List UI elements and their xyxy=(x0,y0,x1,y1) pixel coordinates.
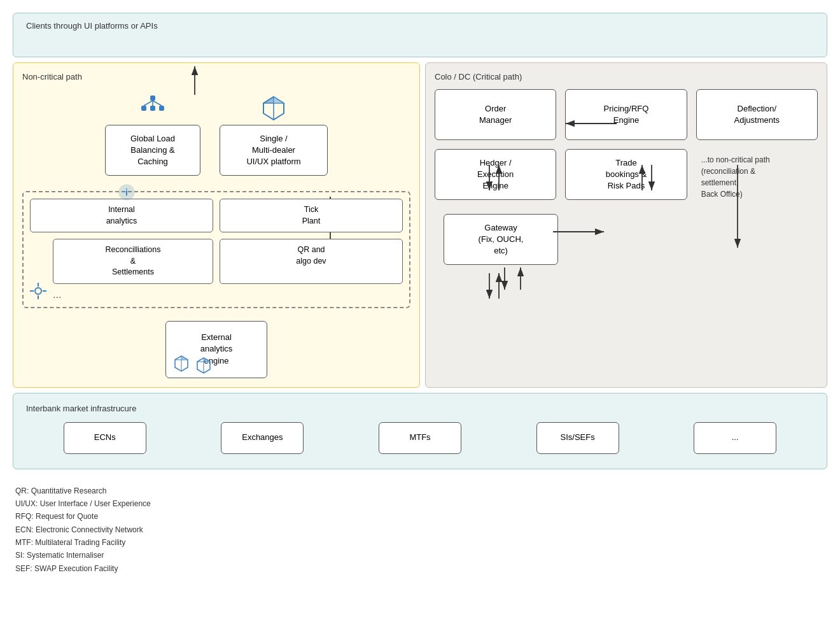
svg-line-12 xyxy=(153,101,162,106)
interbank-ellipsis: ... xyxy=(694,422,776,454)
zone-colo: Colo / DC (Critical path) xyxy=(425,62,827,388)
internal-analytics-box: Internal analytics xyxy=(30,199,213,232)
nc-inner-grid: Internal analytics Tick Plant Reconcilli… xyxy=(30,199,403,284)
gateway-box: Gateway (Fix, OUCH, etc) xyxy=(444,214,558,265)
interbank-label: Interbank market infrastrucure xyxy=(26,404,814,413)
reconciliations-box: Reconcilliations & Settlements xyxy=(53,239,213,284)
gateway-arrow-svg xyxy=(495,267,533,293)
single-multi-box: Single / Multi-dealer UI/UX platform xyxy=(220,125,328,176)
tick-plant-box: Tick Plant xyxy=(220,199,403,232)
svg-line-10 xyxy=(144,101,153,106)
glossary: QR: Quantitative Research UI/UX: User In… xyxy=(13,485,827,576)
ellipsis-dashed: ... xyxy=(53,289,403,301)
glossary-line-5: MTF: Multilateral Trading Facility xyxy=(15,536,825,549)
zone-clients: Clients through UI platforms or APIs xyxy=(13,13,827,57)
noncritical-label: Non-critical path xyxy=(22,72,410,82)
interbank-items: ECNs Exchanges MTFs SIs/SEFs ... xyxy=(26,422,814,454)
glossary-line-7: SEF: SWAP Execution Facility xyxy=(15,562,825,575)
qr-algo-box: QR and algo dev xyxy=(220,239,403,284)
pricing-rfq-box: Pricing/RFQ Engine xyxy=(565,89,687,140)
svg-point-20 xyxy=(35,288,41,294)
dashed-group: i Internal analytics Tick Plant xyxy=(22,191,410,308)
colo-grid: Order Manager Pricing/RFQ Engine Deflect… xyxy=(435,89,818,205)
deflection-box: Deflection/ Adjustments xyxy=(696,89,818,140)
exchanges-box: Exchanges xyxy=(221,422,304,454)
glossary-line-4: ECN: Electronic Connectivity Network xyxy=(15,523,825,536)
global-load-box: Global Load Balancing & Caching xyxy=(105,125,200,176)
gateway-area: Gateway (Fix, OUCH, etc) xyxy=(435,214,818,265)
svg-rect-6 xyxy=(150,96,155,101)
ecns-box: ECNs xyxy=(64,422,146,454)
glossary-line-1: QR: Quantitative Research xyxy=(15,485,825,497)
wrench-icon xyxy=(29,281,48,301)
sislsefs-box: SIs/SEFs xyxy=(536,422,619,454)
glossary-line-3: RFQ: Request for Quote xyxy=(15,510,825,523)
network-icon-global xyxy=(139,94,167,122)
info-icon: i xyxy=(118,183,136,201)
cube-icons-external xyxy=(172,353,223,385)
svg-rect-9 xyxy=(159,106,164,111)
diagram-container: Clients through UI platforms or APIs Non… xyxy=(13,13,827,575)
order-manager-box: Order Manager xyxy=(435,89,556,140)
noncritical-note: ...to non-critical path (reconciliation … xyxy=(696,149,818,205)
svg-text:i: i xyxy=(125,187,128,197)
svg-rect-8 xyxy=(150,106,155,111)
cube-icon-single xyxy=(260,94,288,122)
svg-rect-7 xyxy=(141,106,146,111)
clients-label: Clients through UI platforms or APIs xyxy=(26,21,814,31)
hedger-box: Hedger / Execution Engine xyxy=(435,149,556,200)
trade-bookings-box: Trade bookings & Risk Pads xyxy=(565,149,687,200)
colo-label: Colo / DC (Critical path) xyxy=(435,72,818,82)
zone-noncritical: Non-critical path xyxy=(13,62,420,388)
zone-interbank: Interbank market infrastrucure ECNs Exch… xyxy=(13,393,827,469)
glossary-line-2: UI/UX: User Interface / User Experience xyxy=(15,497,825,510)
glossary-line-6: SI: Systematic Internaliser xyxy=(15,549,825,562)
middle-row: Non-critical path xyxy=(13,62,827,388)
external-analytics-area: External analytics engine xyxy=(22,321,410,378)
gateway-arrows xyxy=(495,267,818,293)
mtfs-box: MTFs xyxy=(379,422,461,454)
